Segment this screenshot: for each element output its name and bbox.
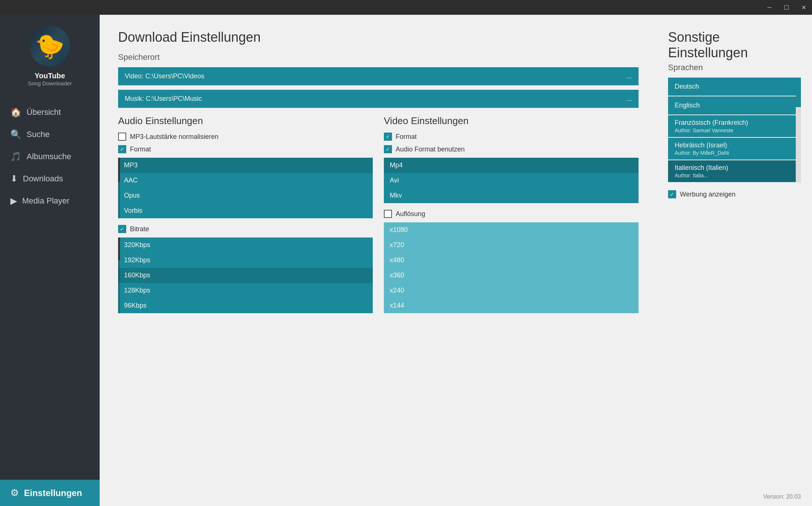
bitrate-item-192[interactable]: 192Kbps bbox=[118, 253, 373, 268]
lang-item-italienisch[interactable]: Italienisch (Italien) Author: Italia... bbox=[668, 160, 796, 182]
lang-item-hebraeisch[interactable]: Hebräisch (Israel) Author: By MilleR_DaN… bbox=[668, 138, 796, 160]
suche-label: Suche bbox=[27, 130, 49, 139]
normalize-checkbox[interactable] bbox=[118, 133, 126, 141]
resolution-checkbox-row[interactable]: Auflösung bbox=[384, 210, 639, 218]
audio-format-use-checkbox[interactable] bbox=[384, 145, 392, 153]
resolution-list[interactable]: x1080 x720 x480 x360 x240 x144 bbox=[384, 222, 639, 313]
resolution-item-360[interactable]: x360 bbox=[384, 268, 639, 283]
video-format-item-mp4[interactable]: Mp4 bbox=[384, 158, 639, 173]
lang-item-englisch[interactable]: Englisch bbox=[668, 96, 796, 114]
lang-italienisch-author: Author: Italia... bbox=[675, 172, 789, 178]
bitrate-item-128[interactable]: 128Kbps bbox=[118, 283, 373, 298]
werbung-label: Werbung anzeigen bbox=[680, 191, 736, 198]
settings-icon: ⚙ bbox=[10, 487, 19, 499]
audio-format-checkbox[interactable] bbox=[118, 145, 126, 153]
download-icon: ⬇ bbox=[10, 174, 18, 184]
einstellungen-label: Einstellungen bbox=[24, 488, 82, 498]
version-text: Version: 20.03 bbox=[763, 493, 801, 500]
sidebar: 🐤 YouTube Song Downloader 🏠 Übersicht 🔍 … bbox=[0, 15, 100, 506]
sprachen-title: Sprachen bbox=[668, 63, 801, 72]
resolution-item-720[interactable]: x720 bbox=[384, 237, 639, 253]
audio-format-use-checkbox-row[interactable]: Audio Format benutzen bbox=[384, 145, 639, 153]
sidebar-item-ubersicht[interactable]: 🏠 Übersicht bbox=[0, 101, 100, 123]
bitrate-item-160[interactable]: 160Kbps bbox=[118, 268, 373, 283]
ubersicht-label: Übersicht bbox=[27, 107, 61, 117]
werbung-checkbox[interactable] bbox=[668, 190, 676, 198]
audio-settings-title: Audio Einstellungen bbox=[118, 115, 373, 127]
lang-item-franzoesisch[interactable]: Französisch (Frankreich) Author: Samuel … bbox=[668, 115, 796, 137]
audio-format-checkbox-row[interactable]: Format bbox=[118, 145, 373, 153]
resolution-item-144[interactable]: x144 bbox=[384, 298, 639, 313]
sonstige-title: Sonstige Einstellungen bbox=[668, 30, 801, 61]
bitrate-label: Bitrate bbox=[130, 225, 149, 233]
titlebar: ─ ☐ ✕ bbox=[0, 0, 812, 15]
resolution-item-1080[interactable]: x1080 bbox=[384, 222, 639, 237]
werbung-row[interactable]: Werbung anzeigen bbox=[668, 190, 801, 198]
minimize-button[interactable]: ─ bbox=[761, 0, 778, 15]
resolution-checkbox[interactable] bbox=[384, 210, 392, 218]
musik-path-row[interactable]: Musik: C:\Users\PC\Music ... bbox=[118, 90, 639, 108]
settings-main: Download Einstellungen Speicherort Video… bbox=[100, 15, 812, 506]
audio-format-item-aac[interactable]: AAC bbox=[118, 173, 373, 188]
video-settings-col: Video Einstellungen Format Audio Format … bbox=[384, 115, 639, 320]
video-settings-title: Video Einstellungen bbox=[384, 115, 639, 127]
lang-franzoesisch-author: Author: Samuel Vanneste bbox=[675, 127, 789, 133]
audio-format-item-opus[interactable]: Opus bbox=[118, 188, 373, 203]
video-path-row[interactable]: Video: C:\Users\PC\Videos ... bbox=[118, 67, 639, 85]
video-format-checkbox[interactable] bbox=[384, 133, 392, 141]
lang-hebraeisch-author: Author: By MilleR_DaNi bbox=[675, 150, 789, 156]
app-body: 🐤 YouTube Song Downloader 🏠 Übersicht 🔍 … bbox=[0, 15, 812, 506]
audio-format-label: Format bbox=[130, 146, 151, 153]
mediaplayer-label: Media Player bbox=[22, 196, 69, 206]
bitrate-scrollbar bbox=[118, 237, 120, 313]
maximize-button[interactable]: ☐ bbox=[778, 0, 795, 15]
sidebar-item-albumsuche[interactable]: 🎵 Albumsuche bbox=[0, 146, 100, 168]
play-icon: ▶ bbox=[10, 196, 17, 206]
musik-path-dots[interactable]: ... bbox=[626, 95, 632, 103]
sidebar-item-mediaplayer[interactable]: ▶ Media Player bbox=[0, 190, 100, 212]
sidebar-nav: 🏠 Übersicht 🔍 Suche 🎵 Albumsuche ⬇ Downl… bbox=[0, 94, 100, 480]
logo-bird-icon: 🐤 bbox=[35, 34, 65, 58]
audio-format-item-mp3[interactable]: MP3 bbox=[118, 158, 373, 173]
app-name: YouTube bbox=[35, 72, 65, 80]
bitrate-item-96[interactable]: 96Kbps bbox=[118, 298, 373, 313]
bitrate-item-320[interactable]: 320Kbps bbox=[118, 237, 373, 253]
language-list: Deutsch Englisch Französisch (Frankreich… bbox=[668, 78, 796, 183]
right-panel: Sonstige Einstellungen Sprachen Deutsch … bbox=[657, 15, 812, 506]
video-format-list[interactable]: Mp4 Avi Mkv bbox=[384, 158, 639, 203]
language-list-wrapper: Deutsch Englisch Französisch (Frankreich… bbox=[668, 78, 801, 183]
speicherort-label: Speicherort bbox=[118, 52, 639, 62]
close-button[interactable]: ✕ bbox=[795, 0, 812, 15]
two-col-settings: Audio Einstellungen MP3-Lautstärke norma… bbox=[118, 115, 639, 320]
bitrate-checkbox[interactable] bbox=[118, 225, 126, 233]
sidebar-item-downloads[interactable]: ⬇ Downloads bbox=[0, 168, 100, 190]
albumsuche-label: Albumsuche bbox=[27, 152, 71, 161]
lang-item-deutsch[interactable]: Deutsch bbox=[668, 78, 796, 96]
app-subtitle: Song Downloader bbox=[28, 80, 72, 86]
sidebar-item-einstellungen[interactable]: ⚙ Einstellungen bbox=[0, 480, 100, 506]
normalize-checkbox-row[interactable]: MP3-Lautstärke normalisieren bbox=[118, 133, 373, 141]
audio-format-scroll-thumb bbox=[118, 158, 120, 182]
bitrate-list[interactable]: 320Kbps 192Kbps 160Kbps 128Kbps 96Kbps bbox=[118, 237, 373, 313]
language-scrollbar[interactable] bbox=[796, 78, 801, 183]
lang-italienisch-name: Italienisch (Italien) bbox=[675, 164, 789, 172]
settings-panel: Download Einstellungen Speicherort Video… bbox=[100, 15, 657, 506]
sidebar-item-suche[interactable]: 🔍 Suche bbox=[0, 123, 100, 146]
sidebar-logo: 🐤 YouTube Song Downloader bbox=[0, 15, 100, 94]
audio-format-use-label: Audio Format benutzen bbox=[396, 146, 465, 153]
resolution-item-480[interactable]: x480 bbox=[384, 253, 639, 268]
download-settings-title: Download Einstellungen bbox=[118, 30, 639, 45]
audio-format-item-vorbis[interactable]: Vorbis bbox=[118, 203, 373, 218]
home-icon: 🏠 bbox=[10, 107, 21, 117]
language-scroll-thumb bbox=[796, 78, 801, 107]
video-format-item-avi[interactable]: Avi bbox=[384, 173, 639, 188]
logo-circle: 🐤 bbox=[30, 26, 70, 66]
audio-format-scrollbar bbox=[118, 158, 120, 218]
video-format-item-mkv[interactable]: Mkv bbox=[384, 188, 639, 203]
normalize-label: MP3-Lautstärke normalisieren bbox=[130, 133, 219, 141]
bitrate-checkbox-row[interactable]: Bitrate bbox=[118, 225, 373, 233]
audio-format-list[interactable]: MP3 AAC Opus Vorbis bbox=[118, 158, 373, 218]
video-path-dots[interactable]: ... bbox=[626, 72, 632, 80]
video-format-checkbox-row[interactable]: Format bbox=[384, 133, 639, 141]
resolution-item-240[interactable]: x240 bbox=[384, 283, 639, 298]
